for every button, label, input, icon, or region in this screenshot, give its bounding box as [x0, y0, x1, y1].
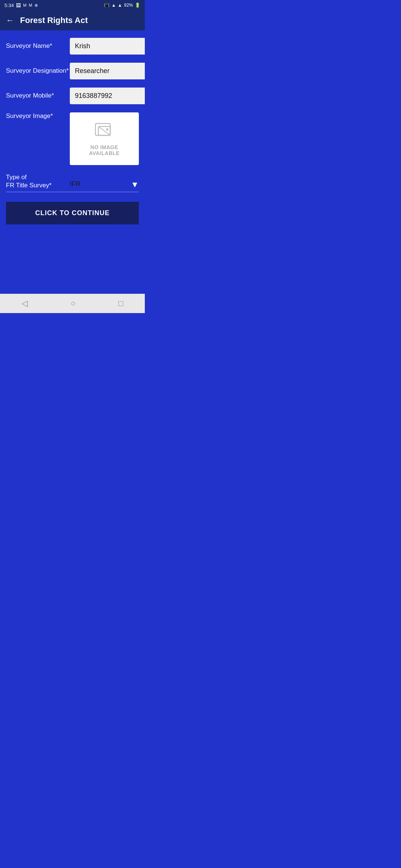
- status-bar: 5:34 🖼 M M ⊕ 📳 ▲ ▲ 92% 🔋: [0, 0, 145, 10]
- fr-title-value: IFR: [70, 180, 129, 190]
- svg-line-2: [98, 126, 110, 135]
- continue-button[interactable]: CLICK TO CONTINUE: [6, 202, 139, 224]
- form-area: Surveyor Name* Surveyor Designation* Sur…: [0, 30, 145, 263]
- status-left: 5:34 🖼 M M ⊕: [4, 3, 38, 8]
- map-icon: M: [23, 3, 26, 7]
- nav-bar: ◁ ○ □: [0, 294, 145, 313]
- nav-recent-button[interactable]: □: [118, 299, 123, 308]
- surveyor-image-placeholder[interactable]: NO IMAGE AVAILABLE: [70, 112, 139, 165]
- no-image-icon: [95, 121, 114, 141]
- surveyor-mobile-label: Surveyor Mobile*: [6, 92, 70, 100]
- app-header: ← Forest Rights Act: [0, 10, 145, 30]
- fr-title-label: Type ofFR Title Survey*: [6, 173, 70, 190]
- back-button[interactable]: ←: [6, 16, 14, 25]
- battery-icon: 🔋: [135, 3, 140, 8]
- background-space: [0, 263, 145, 294]
- time: 5:34: [4, 3, 14, 8]
- fr-title-row[interactable]: Type ofFR Title Survey* IFR ▼: [6, 173, 139, 192]
- wifi-icon: ▲: [111, 3, 116, 8]
- svg-point-3: [106, 128, 108, 131]
- nav-back-button[interactable]: ◁: [22, 299, 28, 308]
- surveyor-mobile-row: Surveyor Mobile*: [6, 88, 139, 104]
- battery-text: 92%: [124, 3, 133, 8]
- surveyor-mobile-input[interactable]: [70, 88, 145, 104]
- chrome-icon: ⊕: [35, 3, 38, 8]
- surveyor-name-input[interactable]: [70, 38, 145, 55]
- gmail-icon: M: [29, 3, 32, 7]
- dropdown-arrow-icon: ▼: [131, 180, 139, 190]
- no-image-text: NO IMAGE AVAILABLE: [76, 144, 133, 156]
- page-title: Forest Rights Act: [20, 16, 88, 25]
- signal-icon: ▲: [118, 3, 122, 8]
- photo-icon: 🖼: [16, 3, 21, 8]
- surveyor-designation-row: Surveyor Designation*: [6, 63, 139, 79]
- surveyor-image-row: Surveyor Image* NO IMAGE AVAILABLE: [6, 112, 139, 165]
- surveyor-name-label: Surveyor Name*: [6, 42, 70, 50]
- surveyor-name-row: Surveyor Name*: [6, 38, 139, 55]
- surveyor-image-label: Surveyor Image*: [6, 112, 70, 120]
- status-right: 📳 ▲ ▲ 92% 🔋: [104, 3, 140, 8]
- vibrate-icon: 📳: [104, 3, 110, 8]
- surveyor-designation-label: Surveyor Designation*: [6, 67, 70, 75]
- surveyor-designation-input[interactable]: [70, 63, 145, 79]
- nav-home-button[interactable]: ○: [71, 299, 75, 308]
